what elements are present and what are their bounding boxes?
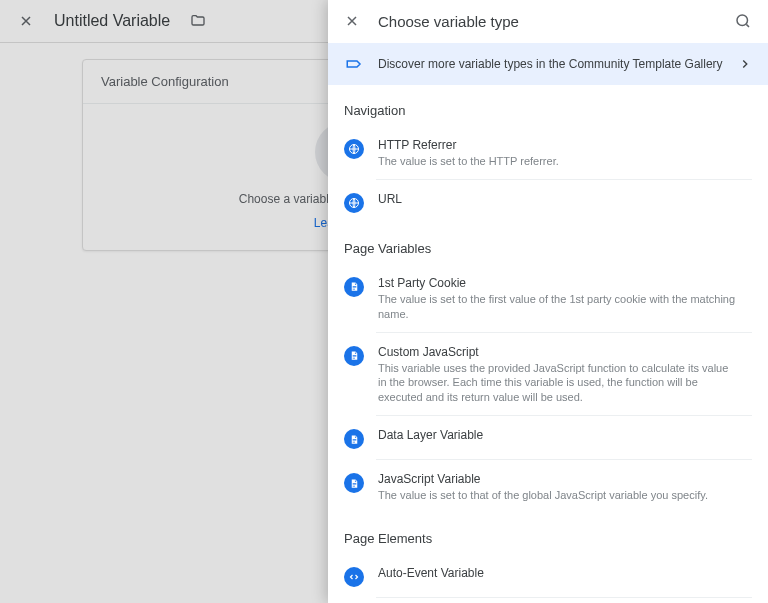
panel-title: Choose variable type <box>378 13 716 30</box>
row-description: The value is set to the first value of t… <box>378 292 738 322</box>
section-title: Page Elements <box>344 531 752 546</box>
code-icon <box>344 567 364 587</box>
section: Navigation <box>328 85 768 126</box>
row-title: URL <box>378 192 752 206</box>
variable-type-row[interactable]: 1st Party CookieThe value is set to the … <box>328 264 768 332</box>
variable-type-row[interactable]: DOM ElementThe value is set to the text … <box>328 598 768 603</box>
row-title: Custom JavaScript <box>378 345 752 359</box>
variable-type-panel: Choose variable type Discover more varia… <box>328 0 768 603</box>
variable-type-row[interactable]: URL <box>328 180 768 223</box>
variable-type-row[interactable]: JavaScript VariableThe value is set to t… <box>328 460 768 513</box>
row-title: Auto-Event Variable <box>378 566 752 580</box>
globe-icon <box>344 193 364 213</box>
search-icon[interactable] <box>734 12 752 30</box>
variable-type-row[interactable]: Auto-Event Variable <box>328 554 768 597</box>
row-title: Data Layer Variable <box>378 428 752 442</box>
row-description: The value is set to that of the global J… <box>378 488 738 503</box>
svg-point-2 <box>737 15 748 26</box>
doc-icon <box>344 473 364 493</box>
community-gallery-banner[interactable]: Discover more variable types in the Comm… <box>328 43 768 85</box>
globe-icon <box>344 139 364 159</box>
panel-close-icon[interactable] <box>344 13 360 29</box>
row-description: This variable uses the provided JavaScri… <box>378 361 738 406</box>
variable-type-row[interactable]: HTTP ReferrerThe value is set to the HTT… <box>328 126 768 179</box>
row-title: JavaScript Variable <box>378 472 752 486</box>
row-title: HTTP Referrer <box>378 138 752 152</box>
row-description: The value is set to the HTTP referrer. <box>378 154 738 169</box>
variable-type-row[interactable]: Custom JavaScriptThis variable uses the … <box>328 333 768 416</box>
section-title: Navigation <box>344 103 752 118</box>
doc-icon <box>344 277 364 297</box>
section-title: Page Variables <box>344 241 752 256</box>
chevron-right-icon <box>738 57 752 71</box>
section: Page Variables <box>328 223 768 264</box>
variable-type-row[interactable]: Data Layer Variable <box>328 416 768 459</box>
banner-text: Discover more variable types in the Comm… <box>378 57 724 71</box>
row-title: 1st Party Cookie <box>378 276 752 290</box>
section: Page Elements <box>328 513 768 554</box>
tag-icon <box>344 54 364 74</box>
doc-icon <box>344 429 364 449</box>
doc-icon <box>344 346 364 366</box>
